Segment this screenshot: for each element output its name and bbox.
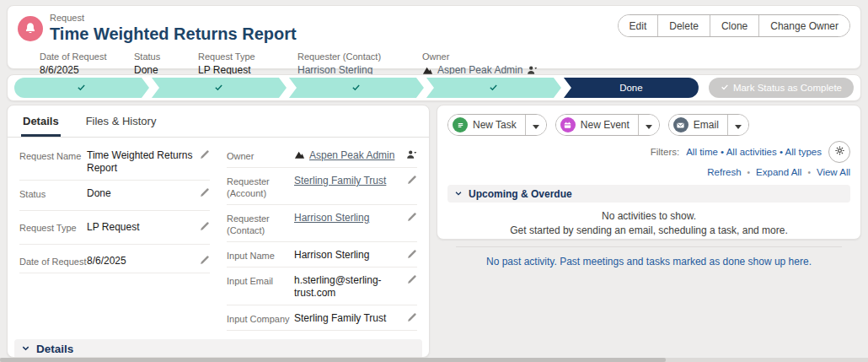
past-activity-note[interactable]: No past activity. Past meetings and task…: [447, 256, 850, 267]
event-icon: [560, 117, 576, 132]
new-task-group: New Task: [447, 114, 547, 136]
stage-complete-check-icon: [489, 82, 498, 95]
divider: [456, 246, 842, 247]
inline-edit-button[interactable]: [194, 187, 210, 198]
record-header-card: Request Time Weighted Returns Report Edi…: [7, 5, 861, 69]
change-owner-button[interactable]: Change Owner: [758, 15, 849, 36]
field-row-input-company: Input Company Sterling Family Trust: [227, 305, 417, 331]
mark-status-complete-button[interactable]: Mark Status as Complete: [709, 78, 854, 98]
clone-button[interactable]: Clone: [710, 15, 758, 36]
gear-icon: [834, 145, 845, 159]
tab-details[interactable]: Details: [21, 105, 61, 137]
new-task-dropdown[interactable]: [525, 115, 546, 135]
expand-all-link[interactable]: Expand All: [756, 167, 801, 177]
detail-tabs: Details Files & History: [8, 105, 429, 138]
inline-edit-button[interactable]: [194, 255, 210, 266]
owner-link[interactable]: Aspen Peak Admin: [309, 149, 394, 162]
inline-edit-button[interactable]: [401, 212, 417, 223]
record-actions-group: Edit Delete Clone Change Owner: [618, 14, 850, 37]
field-label: Owner: [422, 51, 538, 62]
field-row-input-email: Input Email h.sterling@sterling-trust.co…: [227, 267, 417, 305]
requester-contact-link[interactable]: Harrison Sterling: [294, 212, 369, 224]
field-row-date-of-request: Date of Request 8/6/2025: [19, 245, 210, 273]
path-stage-4[interactable]: [426, 78, 561, 98]
task-icon: [453, 117, 468, 132]
new-event-button[interactable]: New Event: [556, 115, 638, 135]
status-path-card: Done Mark Status as Complete: [7, 74, 861, 101]
chevron-down-icon: [21, 343, 30, 355]
change-owner-icon[interactable]: [401, 149, 417, 160]
check-icon: [721, 83, 729, 93]
inline-edit-button[interactable]: [401, 249, 417, 260]
email-icon: [673, 117, 689, 132]
filters-value-links[interactable]: All time • All activities • All types: [686, 147, 822, 157]
path-stage-done[interactable]: Done: [564, 78, 699, 98]
stage-complete-check-icon: [351, 82, 361, 95]
field-row-requester-contact: Requester (Contact) Harrison Sterling: [227, 205, 417, 242]
path-stage-2[interactable]: [152, 78, 287, 98]
chevron-down-icon: [646, 119, 652, 132]
owner-avatar: [294, 149, 305, 160]
field-row-status: Status Done: [19, 181, 210, 211]
edit-button[interactable]: Edit: [619, 15, 658, 36]
inline-edit-button[interactable]: [401, 312, 417, 323]
field-row-owner: Owner Aspen Peak Admin: [227, 143, 417, 168]
new-event-dropdown[interactable]: [638, 115, 659, 135]
field-label: Status: [134, 51, 191, 62]
new-task-button[interactable]: New Task: [448, 115, 525, 135]
email-group: Email: [668, 114, 749, 136]
filters-label: Filters:: [651, 147, 680, 157]
record-type-label: Request: [50, 13, 297, 24]
path-stage-1[interactable]: [14, 78, 149, 98]
refresh-link[interactable]: Refresh: [707, 167, 741, 177]
chevron-down-icon: [735, 119, 742, 132]
stage-complete-check-icon: [214, 82, 223, 95]
field-row-input-name: Input Name Harrison Sterling: [227, 242, 417, 267]
field-row-requester-account: Requester (Account) Sterling Family Trus…: [227, 168, 417, 205]
horizontal-scrollbar-thumb[interactable]: [0, 358, 666, 362]
inline-edit-button[interactable]: [401, 274, 417, 285]
field-label: Request Type: [198, 51, 291, 62]
requester-account-link[interactable]: Sterling Family Trust: [294, 175, 386, 187]
request-object-icon: [18, 16, 43, 41]
email-dropdown[interactable]: [727, 115, 748, 135]
record-detail-card: Details Files & History Request Name Tim…: [7, 105, 430, 358]
inline-edit-button[interactable]: [194, 221, 210, 232]
view-all-link[interactable]: View All: [817, 167, 850, 177]
header-highlights-panel: Date of Request 8/6/2025 Status Done Req…: [40, 51, 850, 76]
separator: •: [807, 168, 811, 177]
new-event-group: New Event: [555, 114, 660, 136]
field-label: Date of Request: [40, 51, 127, 62]
delete-button[interactable]: Delete: [657, 15, 710, 36]
section-upcoming-overdue[interactable]: Upcoming & Overdue: [447, 185, 850, 203]
inline-edit-button[interactable]: [401, 175, 417, 186]
tab-files-history[interactable]: Files & History: [84, 105, 158, 137]
status-path: Done: [14, 78, 699, 98]
activity-empty-state: No activities to show. Get started by se…: [447, 210, 850, 236]
section-details[interactable]: Details: [14, 339, 422, 358]
field-row-request-name: Request Name Time Weighted Returns Repor…: [19, 143, 210, 181]
field-row-request-type: Request Type LP Request: [19, 211, 210, 245]
page-title: Time Weighted Returns Report: [50, 24, 297, 44]
separator: •: [747, 168, 751, 177]
activity-panel-card: New Task New Event Email: [437, 105, 861, 240]
chevron-down-icon: [454, 187, 463, 200]
activity-settings-button[interactable]: [828, 141, 850, 163]
field-label: Requester (Contact): [297, 51, 415, 62]
chevron-down-icon: [533, 119, 539, 132]
horizontal-scrollbar-track[interactable]: [0, 358, 868, 362]
inline-edit-button[interactable]: [194, 149, 210, 160]
email-button[interactable]: Email: [669, 115, 727, 135]
stage-complete-check-icon: [77, 82, 86, 95]
path-stage-3[interactable]: [289, 78, 424, 98]
